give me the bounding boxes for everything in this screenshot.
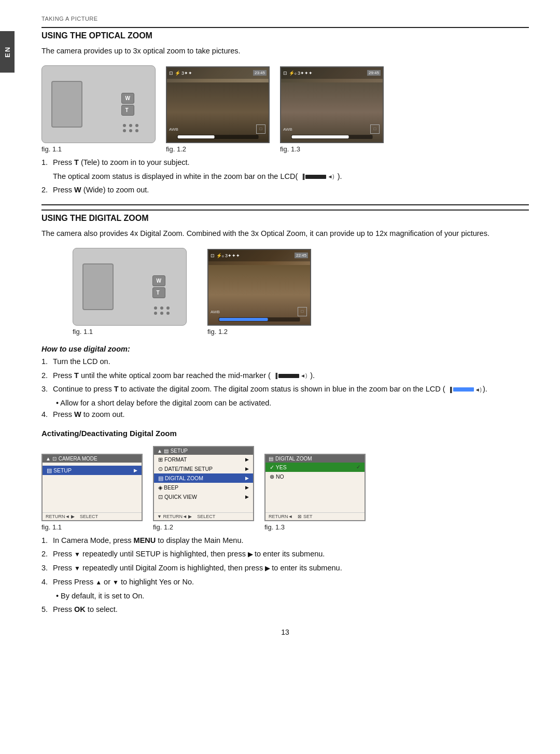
beep-row: ◈ BEEP ▶	[154, 483, 253, 492]
camera-dots-1	[123, 124, 139, 132]
people-sim-2	[281, 82, 383, 142]
t-button-1: T	[121, 105, 134, 116]
zoom-buttons-1: W T	[121, 93, 134, 116]
act-deact-steps: 1. In Camera Mode, press MENU to display…	[41, 535, 529, 616]
digital-zoom-steps: 1. Turn the LCD on. 2. Press T until the…	[41, 356, 529, 421]
camera-mode-screen: ▲ ⊡ CAMERA MODE ▤ SETUP ▶ RETURN◄ ▶ SELE…	[41, 454, 143, 521]
camera-mode-label: CAMERA MODE	[59, 456, 97, 462]
camera-lens-2	[82, 263, 114, 310]
step-text-2: Press W (Wide) to zoom out.	[53, 185, 149, 196]
fig-caption-1-3: fig. 1.3	[280, 145, 300, 153]
act-deact-section: Activating/Deactivating Digital Zoom ▲ ⊡…	[41, 429, 529, 616]
act-step-4: 4. Press Press ▲ or ▼ to highlight Yes o…	[41, 577, 529, 588]
fig-caption-1-1: fig. 1.1	[41, 145, 62, 153]
footer-select-1: SELECT	[80, 514, 98, 519]
down-arrow-3: ▼	[113, 579, 119, 586]
digital-step-4: 4. Press W to zoom out.	[41, 409, 529, 421]
up-arrow-1: ▲	[95, 579, 102, 586]
lcd-3x-zoom-2: ⊡ ⚡₀ 3✦✦✦ 29:45 AWB □	[280, 66, 384, 143]
lcd-digital-zoom: ⊡ ⚡₀ 3✦✦✦ 22:45 AWB □	[207, 249, 311, 326]
awb-3: AWB	[211, 310, 220, 314]
corner-icon-2: □	[370, 124, 380, 134]
menu-fig-caption-3: fig. 1.3	[264, 523, 285, 531]
setup-icon: ▤ SETUP	[47, 467, 72, 473]
menu-header-2: ▲ ▤ SETUP	[154, 447, 253, 455]
fig-caption-2-1: fig. 1.1	[73, 328, 93, 336]
menu-footer-2: ▼ RETURN◄ ▶ SELECT	[154, 512, 253, 520]
t-button-2: T	[152, 287, 165, 298]
step-indent	[41, 171, 53, 183]
menu-header-1: ▲ ⊡ CAMERA MODE	[43, 455, 142, 463]
section2-intro: The camera also provides 4x Digital Zoom…	[41, 228, 529, 240]
awb-1: AWB	[169, 127, 178, 132]
digital-fig-1: W T fig. 1.1	[73, 248, 187, 336]
act-step-3: 3. Press ▼ repeatedly until Digital Zoom…	[41, 563, 529, 574]
yes-row: ✓ YES ✓	[265, 463, 365, 472]
w-key: W	[74, 186, 81, 194]
setup-header-icon: ▲ ▤	[157, 448, 169, 454]
zoom-buttons-2: W T	[152, 275, 165, 298]
lcd-top-bar-2: ⊡ ⚡₀ 3✦✦✦ 29:45	[281, 67, 383, 79]
optical-step-1: 1. Press T (Tele) to zoom in to your sub…	[41, 157, 529, 169]
zoom-bar-2	[291, 135, 373, 139]
lcd-top-bar-1: ⊡ ⚡ 3✦✦ 23:45	[167, 67, 269, 79]
page-number: 13	[41, 628, 529, 636]
menu-body-2: ⊞ FORMAT ▶ ⊙ DATE/TIME SETUP ▶ ▤ DIGITAL…	[154, 455, 253, 501]
step-num-2: 2.	[41, 185, 53, 196]
corner-icon-3: □	[298, 307, 307, 316]
camera-diagram-1: W T	[41, 65, 156, 143]
fig-caption-1-2: fig. 1.2	[166, 145, 186, 153]
t-key: T	[74, 158, 79, 166]
zoom-bar-3	[219, 317, 300, 322]
menu-fig-2: ▲ ▤ SETUP ⊞ FORMAT ▶ ⊙ DATE/TIME SETUP ▶	[153, 446, 254, 531]
step-text-1b: The optical zoom status is displayed in …	[53, 171, 342, 183]
footer-return-1: RETURN◄ ▶	[46, 514, 75, 519]
format-row: ⊞ FORMAT ▶	[154, 455, 253, 464]
quick-view-row: ⊡ QUICK VIEW ▶	[154, 492, 253, 501]
down-arrow-1: ▼	[74, 551, 80, 558]
optical-fig-3: ⊡ ⚡₀ 3✦✦✦ 29:45 AWB □ fig. 1.3	[280, 66, 384, 153]
subsection-title: How to use digital zoom:	[41, 345, 529, 353]
datetime-row: ⊙ DATE/TIME SETUP ▶	[154, 464, 253, 473]
menu-footer-3: RETURN◄ ⊠ SET	[265, 512, 365, 520]
menu-fig-caption-1: fig. 1.1	[41, 523, 62, 531]
setup-arrow: ▶	[134, 468, 137, 473]
digital-zoom-subsection: How to use digital zoom: 1. Turn the LCD…	[41, 345, 529, 421]
setup-row: ▤ SETUP ▶	[43, 466, 142, 475]
section1-title: USING THE OPTICAL ZOOM	[41, 27, 529, 40]
people-sim-1	[167, 82, 269, 142]
menu-fig-caption-2: fig. 1.2	[153, 523, 173, 531]
w-button-2: W	[152, 275, 165, 286]
w-button-1: W	[121, 93, 134, 104]
menu-figures: ▲ ⊡ CAMERA MODE ▤ SETUP ▶ RETURN◄ ▶ SELE…	[41, 446, 529, 531]
camera-lens-1	[51, 81, 82, 128]
digital-step-3: 3. Continue to press T to activate the d…	[41, 384, 529, 395]
optical-fig-2: ⊡ ⚡ 3✦✦ 23:45 AWB □ fig. 1.2	[166, 66, 270, 153]
corner-icon-1: □	[256, 124, 265, 134]
step-num-1: 1.	[41, 157, 53, 169]
digital-fig-2: ⊡ ⚡₀ 3✦✦✦ 22:45 AWB □ fig. 1.2	[207, 249, 311, 336]
optical-fig-1: W T fig. 1.1	[41, 65, 156, 153]
act-step-1: 1. In Camera Mode, press MENU to display…	[41, 535, 529, 547]
optical-step-1b: The optical zoom status is displayed in …	[41, 171, 529, 183]
camera-diagram-2: W T	[73, 248, 187, 326]
right-arrow-2: ▶	[265, 565, 270, 572]
section-divider	[41, 204, 529, 205]
setup-screen: ▲ ▤ SETUP ⊞ FORMAT ▶ ⊙ DATE/TIME SETUP ▶	[153, 446, 254, 521]
digital-zoom-screen: ▤ DIGITAL ZOOM ✓ YES ✓ ⊗ NO RETURN◄	[264, 454, 366, 521]
right-arrow-1: ▶	[248, 551, 253, 558]
down-arrow-2: ▼	[74, 565, 80, 572]
menu-body-1: ▤ SETUP ▶	[43, 463, 142, 478]
zoom-fill-white-2	[292, 135, 349, 138]
section2-title: USING THE DIGITAL ZOOM	[41, 210, 529, 223]
menu-fig-3: ▤ DIGITAL ZOOM ✓ YES ✓ ⊗ NO RETURN◄	[264, 454, 366, 531]
camera-dots-2	[154, 306, 171, 315]
w-key-2: W	[74, 410, 81, 418]
menu-key: MENU	[134, 536, 156, 544]
digital-step-1: 1. Turn the LCD on.	[41, 356, 529, 368]
act-step-4-bullet: • By default, it is set to On.	[41, 591, 529, 602]
menu-footer-1: RETURN◄ ▶ SELECT	[43, 512, 142, 520]
no-row: ⊗ NO	[265, 472, 365, 481]
breadcrumb: TAKING A PICTURE	[41, 16, 529, 22]
zoom-fill-blue-1	[219, 318, 268, 321]
